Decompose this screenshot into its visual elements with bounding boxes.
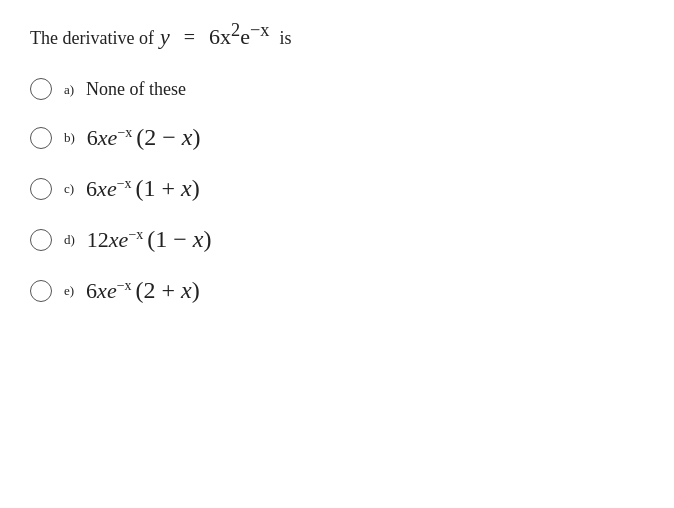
option-b-math: 6xe−x (2 − x)	[87, 124, 201, 151]
option-d-label: d)	[64, 233, 75, 246]
radio-a[interactable]	[30, 78, 52, 100]
option-d-row: d) 12xe−x (1 − x)	[30, 226, 644, 253]
radio-b[interactable]	[30, 127, 52, 149]
option-a-label: a)	[64, 83, 74, 96]
option-b-row: b) 6xe−x (2 − x)	[30, 124, 644, 151]
option-b-label: b)	[64, 131, 75, 144]
equals-sign: =	[184, 26, 195, 49]
variable-y: y	[160, 24, 170, 50]
option-c-label: c)	[64, 182, 74, 195]
function-expression: 6x2e−x	[209, 20, 269, 50]
radio-c[interactable]	[30, 178, 52, 200]
option-a-text: None of these	[86, 79, 186, 100]
option-c-math: 6xe−x (1 + x)	[86, 175, 200, 202]
option-a-row: a) None of these	[30, 78, 644, 100]
question-prefix: The derivative of	[30, 28, 154, 49]
radio-e[interactable]	[30, 280, 52, 302]
option-c-row: c) 6xe−x (1 + x)	[30, 175, 644, 202]
option-e-row: e) 6xe−x (2 + x)	[30, 277, 644, 304]
is-suffix: is	[279, 28, 291, 49]
option-e-label: e)	[64, 284, 74, 297]
question-header: The derivative of y = 6x2e−x is	[30, 20, 644, 50]
option-e-math: 6xe−x (2 + x)	[86, 277, 200, 304]
option-d-math: 12xe−x (1 − x)	[87, 226, 212, 253]
radio-d[interactable]	[30, 229, 52, 251]
